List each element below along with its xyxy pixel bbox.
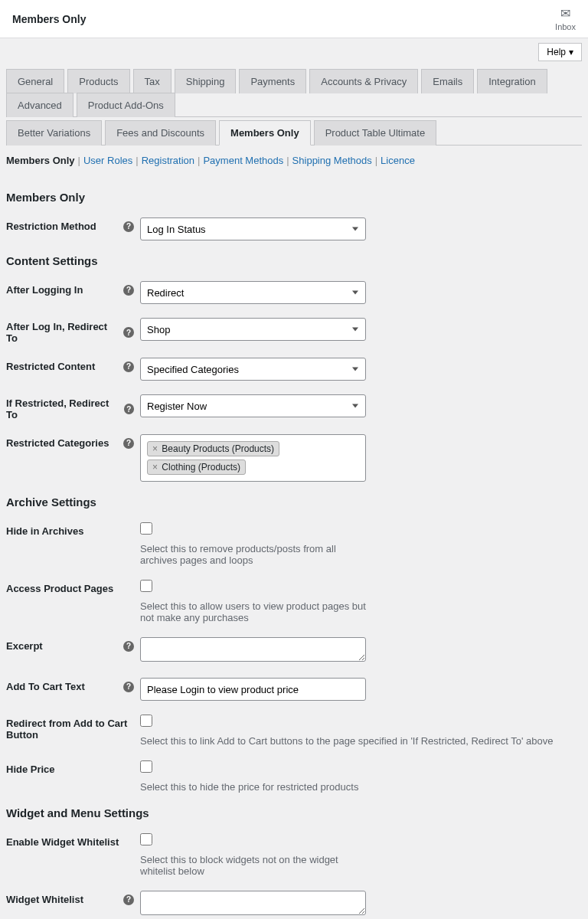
restriction-method-select[interactable]: Log In Status [140,217,366,240]
tab-product-add-ons[interactable]: Product Add-Ons [77,93,175,117]
chevron-down-icon: ▾ [569,47,573,57]
help-icon[interactable]: ? [123,327,134,338]
after-logging-in-select[interactable]: Redirect [140,281,366,304]
label-after-login-redirect: After Log In, Redirect To [6,321,119,344]
subnav-payment-methods[interactable]: Payment Methods [203,155,283,166]
label-if-restricted-redirect: If Restricted, Redirect To [6,397,119,420]
help-button[interactable]: Help ▾ [538,43,582,61]
tab-products[interactable]: Products [67,69,129,93]
tab-fees-and-discounts[interactable]: Fees and Discounts [105,120,216,146]
if-restricted-redirect-select[interactable]: Register Now [140,394,366,417]
help-icon[interactable]: ? [123,221,134,232]
after-login-redirect-select[interactable]: Shop [140,318,366,341]
help-icon[interactable]: ? [123,361,134,372]
label-restricted-categories: Restricted Categories [6,437,109,449]
label-after-logging-in: After Logging In [6,284,83,296]
tabs-row-1: GeneralProductsTaxShippingPaymentsAccoun… [6,69,582,117]
restricted-content-select[interactable]: Specified Categories [140,358,366,381]
section-widget-menu-settings: Widget and Menu Settings [6,806,582,819]
help-icon[interactable]: ? [123,438,134,449]
tag-item[interactable]: × Clothing (Products) [147,460,246,475]
desc-enable-widget-whitelist: Select this to block widgets not on the … [140,854,366,877]
inbox-button[interactable]: ✉ Inbox [555,6,576,31]
tab-better-variations[interactable]: Better Variations [6,120,102,146]
label-hide-in-archives: Hide in Archives [6,525,83,537]
hide-in-archives-checkbox[interactable] [140,522,152,535]
help-icon[interactable]: ? [123,682,134,692]
inbox-label: Inbox [555,22,576,31]
subnav-members-only[interactable]: Members Only [6,155,75,166]
label-restriction-method: Restriction Method [6,221,96,232]
help-icon[interactable]: ? [123,894,134,905]
tabs-row-2: Better VariationsFees and DiscountsMembe… [6,120,582,146]
inbox-icon: ✉ [555,6,576,21]
subnav: Members Only|User Roles|Registration|Pay… [0,146,588,172]
access-product-pages-checkbox[interactable] [140,580,152,592]
hide-price-checkbox[interactable] [140,760,152,773]
enable-widget-whitelist-checkbox[interactable] [140,833,152,845]
desc-hide-price: Select this to hide the price for restri… [140,781,366,793]
page-title: Members Only [12,13,86,25]
label-access-product-pages: Access Product Pages [6,583,113,594]
desc-hide-in-archives: Select this to remove products/posts fro… [140,543,366,566]
desc-redirect-from-atc: Select this to link Add to Cart buttons … [140,735,582,747]
add-to-cart-text-input[interactable] [140,678,366,701]
restricted-categories-input[interactable]: × Beauty Products (Products)× Clothing (… [140,434,366,482]
help-icon[interactable]: ? [124,404,135,414]
tag-item[interactable]: × Beauty Products (Products) [147,441,279,456]
label-widget-whitelist: Widget Whitelist [6,894,83,905]
widget-whitelist-input[interactable] [140,891,366,915]
label-restricted-content: Restricted Content [6,361,95,372]
help-label: Help [547,47,566,57]
tab-payments[interactable]: Payments [239,69,306,93]
subnav-user-roles[interactable]: User Roles [83,155,132,166]
label-hide-price: Hide Price [6,764,55,775]
tab-members-only[interactable]: Members Only [219,120,311,146]
section-content-settings: Content Settings [6,254,582,267]
tab-tax[interactable]: Tax [133,69,172,93]
tab-integration[interactable]: Integration [477,69,547,93]
section-archive-settings: Archive Settings [6,495,582,509]
tab-accounts-privacy[interactable]: Accounts & Privacy [309,69,418,93]
subnav-shipping-methods[interactable]: Shipping Methods [292,155,372,166]
section-members-only: Members Only [6,191,582,204]
label-enable-widget-whitelist: Enable Widget Whitelist [6,836,119,848]
tab-general[interactable]: General [6,69,64,93]
label-add-to-cart-text: Add To Cart Text [6,681,85,692]
help-icon[interactable]: ? [123,641,134,652]
tag-remove-icon[interactable]: × [152,443,158,454]
help-icon[interactable]: ? [123,285,134,296]
subnav-registration[interactable]: Registration [142,155,194,166]
redirect-from-atc-checkbox[interactable] [140,715,152,727]
tab-product-table-ultimate[interactable]: Product Table Ultimate [314,120,437,146]
label-excerpt: Excerpt [6,640,43,652]
tab-shipping[interactable]: Shipping [175,69,237,93]
tab-emails[interactable]: Emails [421,69,474,93]
subnav-licence[interactable]: Licence [381,155,415,166]
tab-advanced[interactable]: Advanced [6,93,74,117]
label-redirect-from-atc: Redirect from Add to Cart Button [6,718,134,741]
desc-access-product-pages: Select this to allow users to view produ… [140,600,366,623]
excerpt-input[interactable] [140,637,366,662]
tag-remove-icon[interactable]: × [152,462,158,473]
